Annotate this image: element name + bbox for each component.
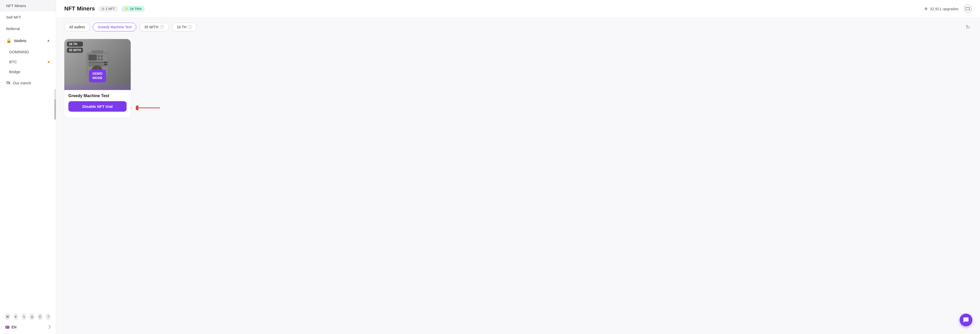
hashrate-help-icon[interactable]: ?: [188, 25, 192, 29]
header-left: NFT Miners ⊙ 1 NFT ⚡ 16 TH/s: [64, 5, 145, 12]
card-body: Greedy Machine Test Disable NFT trial: [64, 90, 130, 114]
svg-point-7: [100, 58, 103, 60]
theme-toggle[interactable]: ☽: [47, 325, 51, 330]
sidebar-item-bridge[interactable]: Bridge: [0, 67, 56, 77]
btc-label: BTC: [9, 60, 17, 64]
lightning-icon: ⚡: [124, 7, 129, 11]
miner-card: 16 TH 35 W/TH DEMO MODE Greedy Machine T…: [64, 39, 130, 118]
twitter-icon[interactable]: 𝕏: [21, 313, 27, 320]
sidebar-item-nft-miners[interactable]: NFT Miners: [0, 0, 56, 11]
card-th-badge: 16 TH: [67, 41, 83, 47]
nft-miners-label: NFT Miners: [6, 3, 26, 8]
filter-row: All wallets Greedy Machine Test 35 W/TH …: [56, 17, 980, 36]
telegram-icon[interactable]: ✈: [13, 313, 18, 320]
card-glow: [64, 82, 130, 90]
svg-rect-3: [89, 55, 97, 60]
sidebar-item-gomining[interactable]: GOMINING: [0, 47, 56, 57]
merch-label: Our merch: [13, 81, 31, 85]
svg-rect-8: [89, 62, 107, 63]
greedy-machine-filter[interactable]: Greedy Machine Test: [93, 23, 136, 32]
greedy-machine-label: Greedy Machine Test: [98, 25, 131, 29]
disable-nft-trial-button[interactable]: Disable NFT trial: [68, 101, 127, 112]
svg-rect-0: [966, 7, 970, 10]
sidebar-item-referral[interactable]: Referral: [0, 23, 56, 35]
efficiency-help-icon[interactable]: ?: [160, 25, 164, 29]
cards-area: 16 TH 35 W/TH DEMO MODE Greedy Machine T…: [56, 36, 980, 126]
nft-badge-label: 1 NFT: [106, 7, 115, 11]
gomining-label: GOMINING: [9, 50, 29, 54]
referral-label: Referral: [6, 27, 20, 31]
disable-btn-label: Disable NFT trial: [83, 104, 113, 109]
arrow-svg: [136, 104, 161, 112]
svg-rect-16: [104, 62, 107, 63]
medium-icon[interactable]: ◎: [29, 313, 35, 320]
refresh-button[interactable]: ↻: [964, 23, 972, 31]
nft-badge: ⊙ 1 NFT: [99, 6, 118, 12]
refresh-icon: ↻: [966, 24, 970, 30]
page-title: NFT Miners: [64, 5, 95, 12]
chat-bubble[interactable]: [959, 313, 972, 326]
sidebar-item-sell-nft[interactable]: Sell NFT: [0, 11, 56, 23]
nft-badge-icon: ⊙: [102, 7, 104, 11]
card-badges: 16 TH 35 W/TH: [67, 41, 83, 53]
language-selector[interactable]: 🇬🇧 EN: [5, 325, 16, 329]
card-title: Greedy Machine Test: [68, 93, 127, 98]
lang-label: EN: [11, 325, 16, 329]
sidebar-wallets-section[interactable]: 🔒 Wallets ∧: [0, 35, 56, 47]
main-content: NFT Miners ⊙ 1 NFT ⚡ 16 TH/s ⊗ 32,911 up…: [56, 0, 980, 334]
upgrades-count: 32,911 upgrades: [930, 6, 959, 11]
svg-rect-2: [92, 50, 103, 54]
wallets-label: Wallets: [14, 38, 27, 43]
ths-badge-label: 16 TH/s: [130, 7, 142, 11]
lang-row: 🇬🇧 EN ☽: [5, 325, 51, 330]
sidebar-scroll-area: NFT Miners Sell NFT Referral 🔒 Wallets ∧…: [0, 0, 56, 309]
discord-icon[interactable]: ⌘: [5, 313, 10, 320]
header-right: ⊗ 32,911 upgrades: [924, 5, 972, 13]
all-wallets-filter[interactable]: All wallets: [64, 23, 90, 32]
svg-point-6: [97, 58, 100, 60]
wallet-action-icon[interactable]: [964, 5, 972, 13]
scroll-thumb[interactable]: [54, 99, 56, 120]
svg-rect-17: [104, 64, 107, 65]
coingecko-icon[interactable]: ©: [38, 313, 43, 320]
sidebar-bottom: ⌘ ✈ 𝕏 ◎ © ? 🇬🇧 EN ☽: [0, 309, 56, 334]
all-wallets-label: All wallets: [69, 25, 85, 29]
help-icon[interactable]: ?: [46, 313, 51, 320]
demo-mode-label: DEMO MODE: [89, 70, 106, 82]
flag-icon: 🇬🇧: [5, 325, 10, 329]
scroll-track: [54, 89, 56, 114]
ths-badge: ⚡ 16 TH/s: [121, 6, 145, 12]
sidebar-item-btc[interactable]: BTC: [0, 57, 56, 67]
hashrate-filter[interactable]: 16 TH ?: [172, 23, 197, 32]
social-icons-row: ⌘ ✈ 𝕏 ◎ © ?: [5, 313, 51, 320]
efficiency-label: 35 W/TH: [144, 25, 158, 29]
sell-nft-label: Sell NFT: [6, 15, 21, 19]
svg-point-5: [100, 55, 103, 57]
page-header: NFT Miners ⊙ 1 NFT ⚡ 16 TH/s ⊗ 32,911 up…: [56, 0, 980, 17]
btc-dot: [48, 61, 50, 63]
upgrades-badge: ⊗ 32,911 upgrades: [924, 6, 959, 11]
chat-icon: [963, 317, 969, 323]
sidebar-item-our-merch[interactable]: 🛍 Our merch: [0, 77, 56, 89]
bridge-label: Bridge: [9, 70, 20, 74]
wallet-icon: 🔒: [6, 38, 11, 43]
svg-point-4: [97, 55, 100, 57]
sidebar: NFT Miners Sell NFT Referral 🔒 Wallets ∧…: [0, 0, 56, 334]
arrow-annotation: [136, 39, 161, 118]
chevron-up-icon: ∧: [47, 39, 50, 43]
svg-rect-9: [89, 65, 107, 65]
card-wth-badge: 35 W/TH: [67, 47, 83, 53]
card-image-wrapper: 16 TH 35 W/TH DEMO MODE: [64, 39, 130, 90]
hashrate-label: 16 TH: [177, 25, 186, 29]
merch-icon: 🛍: [6, 80, 11, 85]
upgrades-icon: ⊗: [924, 6, 928, 11]
efficiency-filter[interactable]: 35 W/TH ?: [139, 23, 169, 32]
